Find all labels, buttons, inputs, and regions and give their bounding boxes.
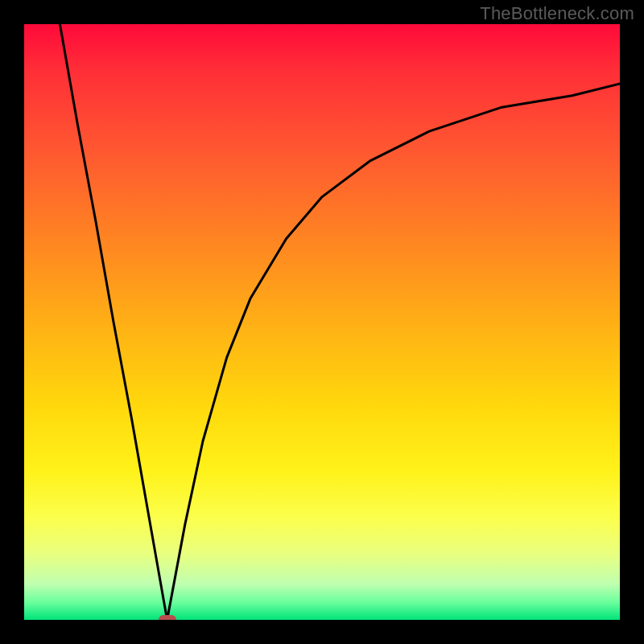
watermark-text: TheBottleneck.com [480, 3, 634, 24]
chart-frame: TheBottleneck.com [0, 0, 644, 644]
minimum-marker [159, 615, 176, 620]
curve-svg [24, 24, 620, 620]
plot-area [24, 24, 620, 620]
bottleneck-curve [60, 24, 620, 620]
